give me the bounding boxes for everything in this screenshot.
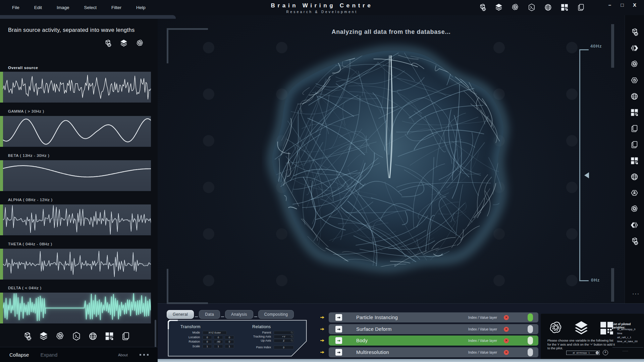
qr-icon[interactable] — [630, 108, 639, 117]
canvas-scrollbar-bottom[interactable] — [611, 268, 614, 302]
scale-x-field[interactable]: 1 — [203, 345, 212, 348]
hex-terminal-icon[interactable] — [71, 331, 82, 341]
layer-line: Surface Deform Index / Value layer ✕ — [319, 324, 538, 334]
menu-file[interactable]: File — [12, 5, 19, 10]
globe-icon[interactable] — [630, 172, 639, 181]
layers-icon[interactable] — [494, 3, 503, 12]
frequency-marker[interactable] — [584, 172, 589, 178]
copy-icon[interactable] — [630, 124, 639, 133]
maximize-button[interactable]: □ — [619, 2, 626, 8]
menu-help[interactable]: Help — [136, 5, 146, 10]
delete-layer-icon[interactable]: ✕ — [504, 338, 509, 343]
search-icon[interactable] — [290, 335, 293, 338]
wave-panel-gamma[interactable] — [0, 116, 151, 147]
expand-layer-button[interactable] — [335, 326, 342, 333]
tab-data[interactable]: Data — [199, 310, 220, 319]
layer-toggle[interactable] — [528, 337, 533, 345]
menu-filter[interactable]: Filter — [111, 5, 121, 10]
more-options-icon[interactable]: ··· — [628, 291, 644, 297]
cloud-gear-icon[interactable] — [55, 331, 65, 341]
tab-general[interactable]: General — [167, 310, 194, 319]
delete-layer-icon[interactable]: ✕ — [504, 350, 509, 355]
globe-icon[interactable] — [630, 92, 639, 101]
close-button[interactable]: X — [631, 2, 638, 8]
cube-gear-icon[interactable] — [478, 3, 487, 12]
rotation-z-field[interactable]: 0 — [225, 340, 234, 344]
layers-icon[interactable] — [39, 331, 49, 341]
layer-toggle[interactable] — [528, 313, 533, 321]
cube-gear-icon[interactable] — [630, 237, 639, 246]
yellow-arrow-icon — [319, 350, 326, 355]
copy-icon[interactable] — [577, 3, 585, 12]
tracking-axis-field[interactable]: +Y — [274, 335, 294, 339]
parent-field[interactable] — [274, 331, 294, 335]
band-label-alpha: ALPHA ( 08Hz - 12Hz ) — [8, 198, 53, 202]
layers-icon[interactable] — [119, 39, 128, 48]
tab-compositing[interactable]: Compositing — [258, 310, 294, 319]
diamonds-icon[interactable] — [630, 221, 639, 230]
cube-gear-icon[interactable] — [103, 39, 112, 48]
chevrons-icon[interactable] — [630, 44, 639, 53]
rotation-x-field[interactable]: 0 — [203, 340, 212, 344]
mode-field[interactable]: XYZ Euler — [203, 331, 227, 335]
wave-panel-overall[interactable] — [0, 72, 151, 103]
cloud-gear-icon[interactable] — [136, 39, 144, 48]
cube-gear-icon[interactable] — [630, 27, 639, 37]
clear-input-icon[interactable]: x — [596, 351, 599, 354]
add-variable-button[interactable]: + — [603, 350, 608, 355]
wave-panel-beta[interactable] — [0, 160, 151, 191]
expand-layer-button[interactable] — [335, 314, 342, 321]
layer-toggle[interactable] — [528, 325, 533, 333]
wave-panel-theta[interactable] — [0, 249, 151, 280]
rotation-y-field[interactable]: -90 — [214, 340, 223, 344]
tab-analysis[interactable]: Analysis — [225, 310, 253, 319]
more-menu-icon[interactable] — [140, 354, 149, 356]
cube-gear-icon[interactable] — [22, 331, 32, 341]
qr-icon[interactable] — [630, 156, 639, 165]
hex-terminal-icon[interactable] — [527, 3, 536, 12]
up-axis-field[interactable]: Z — [274, 339, 294, 343]
location-x-field[interactable]: 0 — [203, 336, 212, 339]
cloud-gear-icon[interactable] — [630, 60, 639, 69]
layer-row-body[interactable]: Body Index / Value layer ✕ — [329, 336, 538, 346]
hex-clock-icon[interactable] — [630, 76, 639, 85]
delete-layer-icon[interactable]: ✕ — [504, 315, 509, 320]
search-icon[interactable] — [290, 339, 293, 342]
about-button[interactable]: About — [118, 353, 128, 357]
qr-icon[interactable] — [104, 331, 114, 341]
copy-icon[interactable] — [121, 331, 131, 341]
menu-edit[interactable]: Edit — [34, 5, 42, 10]
wave-panel-delta[interactable] — [0, 293, 151, 323]
layer-row-multiresolution[interactable]: Multiresolution Index / Value layer ✕ — [329, 347, 538, 357]
location-z-field[interactable]: 0 — [225, 336, 234, 339]
hex-person-icon[interactable] — [630, 188, 639, 197]
cloud-gear-icon — [547, 320, 564, 337]
scale-z-field[interactable]: 1 — [225, 345, 234, 348]
copy-icon[interactable] — [630, 140, 639, 149]
variable-input[interactable] — [566, 351, 600, 355]
layer-row-surface-deform[interactable]: Surface Deform Index / Value layer ✕ — [329, 324, 538, 334]
app-window: File Edit Image Select Filter Help Brain… — [0, 0, 644, 362]
qr-icon[interactable] — [560, 3, 569, 12]
menu-image[interactable]: Image — [57, 5, 69, 10]
sidebar-scrollbar[interactable] — [155, 320, 156, 351]
expand-layer-button[interactable] — [335, 349, 342, 356]
location-y-field[interactable]: 0 — [214, 336, 223, 339]
pass-index-field[interactable]: 0 — [274, 346, 294, 349]
collapse-button[interactable]: Collapse — [9, 352, 29, 358]
wave-panel-alpha[interactable] — [0, 204, 151, 235]
globe-icon[interactable] — [544, 3, 552, 12]
layer-toggle[interactable] — [528, 348, 533, 356]
cloud-gear-icon[interactable] — [630, 204, 639, 214]
minimize-button[interactable]: – — [606, 2, 613, 8]
expand-button[interactable]: Expand — [40, 352, 57, 358]
search-icon[interactable] — [290, 331, 293, 334]
layer-row-particle-instancing[interactable]: Particle Instancing Index / Value layer … — [329, 312, 538, 322]
expand-layer-button[interactable] — [335, 337, 342, 344]
menu-select[interactable]: Select — [84, 5, 97, 10]
delete-layer-icon[interactable]: ✕ — [504, 327, 509, 332]
scale-y-field[interactable]: 1 — [214, 345, 223, 348]
globe-icon[interactable] — [88, 331, 98, 341]
variable-item: alt_raft_r_1 — [617, 336, 638, 339]
cloud-gear-icon[interactable] — [511, 3, 520, 12]
